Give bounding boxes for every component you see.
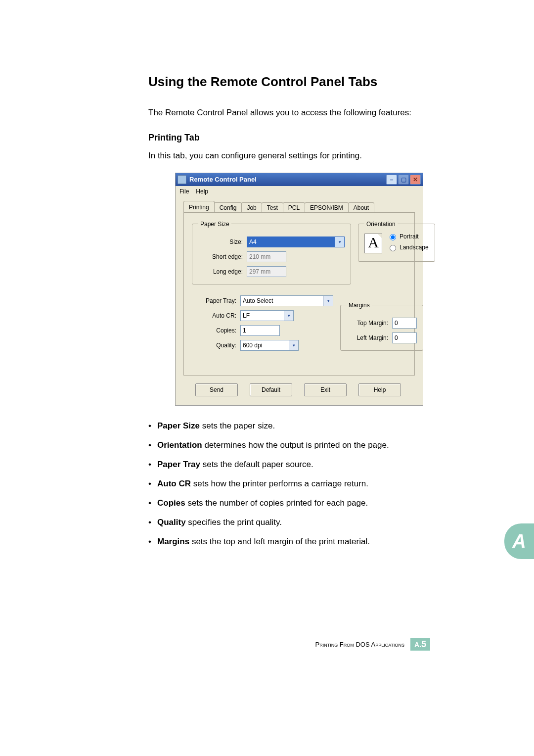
remote-control-panel-dialog: Remote Control Panel – ▢ ✕ File Help Pri…: [175, 173, 423, 406]
list-item: Copies sets the number of copies printed…: [148, 498, 430, 509]
top-margin-input[interactable]: 0: [392, 318, 417, 329]
page-number-num: 5: [421, 639, 426, 649]
size-label: Size:: [198, 238, 243, 245]
bullet-bold: Margins: [157, 537, 189, 546]
menu-help[interactable]: Help: [196, 188, 208, 195]
chevron-down-icon: ▾: [284, 311, 293, 321]
tab-about[interactable]: About: [348, 202, 374, 212]
chevron-down-icon: ▾: [323, 296, 333, 306]
section-tab-letter: A: [504, 523, 534, 559]
list-item: Auto CR sets how the printer performs a …: [148, 478, 430, 490]
tab-content-printing: Paper Size Size: A4 ▾ Short edge: 210 mm…: [183, 212, 415, 376]
margins-group: Margins Top Margin: 0 Left Margin: 0: [340, 302, 423, 351]
list-item: Quality specifies the print quality.: [148, 517, 430, 528]
long-edge-label: Long edge:: [198, 268, 243, 275]
menu-file[interactable]: File: [179, 188, 189, 195]
copies-input[interactable]: 1: [240, 325, 280, 336]
tab-job[interactable]: Job: [241, 202, 262, 212]
intro-text: The Remote Control Panel allows you to a…: [148, 107, 430, 119]
left-margin-input[interactable]: 0: [392, 332, 417, 343]
orientation-legend: Orientation: [364, 221, 398, 228]
copies-label: Copies:: [192, 327, 236, 334]
tab-epson-ibm[interactable]: EPSON/IBM: [305, 202, 349, 212]
landscape-label: Landscape: [400, 244, 429, 251]
long-edge-field: 297 mm: [247, 266, 286, 277]
bullet-rest: determines how the output is printed on …: [202, 440, 389, 450]
subheading: Printing Tab: [148, 133, 430, 143]
bullet-rest: sets the paper size.: [200, 421, 275, 430]
bullet-bold: Auto CR: [157, 479, 191, 488]
paper-tray-select[interactable]: Auto Select ▾: [240, 295, 333, 306]
short-edge-field: 210 mm: [247, 251, 286, 262]
orientation-group: Orientation A Portrait Landscape: [358, 221, 435, 262]
dialog-button-row: Send Default Exit Help: [176, 383, 423, 405]
maximize-button[interactable]: ▢: [398, 175, 409, 185]
list-item: Orientation determines how the output is…: [148, 440, 430, 451]
footer-title: Printing From DOS Applications: [315, 641, 404, 648]
tab-strip: Printing Config Job Test PCL EPSON/IBM A…: [183, 201, 415, 212]
subintro-text: In this tab, you can configure general s…: [148, 151, 430, 161]
tab-test[interactable]: Test: [262, 202, 283, 212]
paper-tray-label: Paper Tray:: [192, 297, 236, 304]
tab-config[interactable]: Config: [214, 202, 242, 212]
send-button[interactable]: Send: [195, 383, 238, 396]
short-edge-label: Short edge:: [198, 253, 243, 260]
bullet-bold: Copies: [157, 498, 185, 508]
titlebar: Remote Control Panel – ▢ ✕: [176, 173, 423, 186]
app-icon: [178, 175, 186, 184]
paper-size-legend: Paper Size: [198, 221, 231, 228]
quality-select[interactable]: 600 dpi ▾: [240, 340, 299, 351]
page-footer: Printing From DOS Applications A.5: [315, 638, 430, 651]
chevron-down-icon: ▾: [335, 237, 344, 247]
margins-legend: Margins: [347, 302, 372, 309]
tab-pcl[interactable]: PCL: [283, 202, 305, 212]
list-item: Paper Tray sets the default paper source…: [148, 459, 430, 471]
default-button[interactable]: Default: [250, 383, 292, 396]
page-number: A.5: [410, 638, 430, 651]
bullet-rest: sets how the printer performs a carriage…: [191, 479, 368, 488]
minimize-button[interactable]: –: [386, 175, 397, 185]
list-item: Paper Size sets the paper size.: [148, 421, 430, 432]
quality-label: Quality:: [192, 342, 236, 349]
quality-value: 600 dpi: [243, 342, 262, 349]
tab-printing[interactable]: Printing: [183, 201, 215, 212]
bullet-rest: sets the default paper source.: [200, 460, 313, 469]
portrait-label: Portrait: [400, 233, 419, 240]
top-margin-label: Top Margin:: [347, 320, 388, 327]
page-number-prefix: A.: [414, 641, 421, 649]
exit-button[interactable]: Exit: [304, 383, 347, 396]
auto-cr-select[interactable]: LF ▾: [240, 310, 294, 321]
bullet-bold: Quality: [157, 518, 186, 527]
size-value: A4: [249, 238, 257, 245]
window-title: Remote Control Panel: [189, 176, 257, 183]
paper-size-group: Paper Size Size: A4 ▾ Short edge: 210 mm…: [192, 221, 351, 284]
bullet-rest: sets the top and left margin of the prin…: [189, 537, 370, 546]
chevron-down-icon: ▾: [289, 340, 298, 350]
portrait-radio[interactable]: Portrait: [387, 233, 429, 240]
bullet-rest: sets the number of copies printed for ea…: [185, 498, 368, 508]
paper-tray-value: Auto Select: [243, 297, 273, 304]
size-select[interactable]: A4 ▾: [247, 236, 345, 247]
bullet-bold: Paper Size: [157, 421, 200, 430]
bullet-bold: Orientation: [157, 440, 202, 450]
help-button[interactable]: Help: [358, 383, 401, 396]
landscape-radio[interactable]: Landscape: [387, 243, 429, 251]
auto-cr-value: LF: [243, 312, 250, 319]
close-button[interactable]: ✕: [410, 175, 421, 185]
page-heading: Using the Remote Control Panel Tabs: [148, 74, 430, 90]
left-margin-label: Left Margin:: [347, 334, 388, 341]
list-item: Margins sets the top and left margin of …: [148, 536, 430, 548]
bullet-bold: Paper Tray: [157, 460, 200, 469]
orientation-preview-icon: A: [364, 234, 382, 253]
feature-list: Paper Size sets the paper size. Orientat…: [148, 421, 430, 548]
menubar: File Help: [176, 186, 423, 197]
bullet-rest: specifies the print quality.: [186, 518, 282, 527]
auto-cr-label: Auto CR:: [192, 312, 236, 319]
